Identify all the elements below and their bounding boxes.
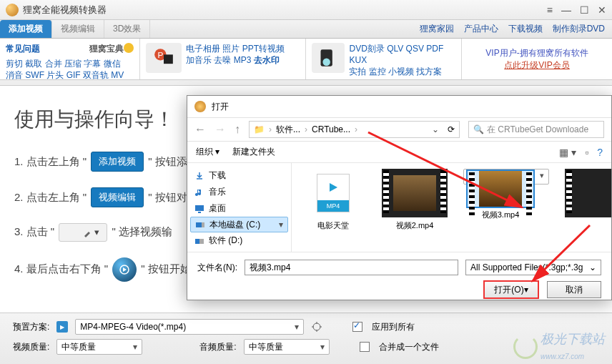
file-item-video2[interactable]: 视频2.mp4 (382, 169, 448, 246)
link-home[interactable]: 狸窝家园 (420, 23, 454, 35)
main-tabs: 添加视频 视频编辑 3D效果 狸窝家园 产品中心 下载视频 制作刻录DVD (0, 20, 612, 39)
music-icon (194, 187, 204, 197)
help-icon[interactable]: ? (597, 147, 603, 158)
bottom-bar: 预置方案: ▶ MP4-MPEG-4 Video(*.mp4) 应用到所有 视频… (0, 313, 612, 364)
forward-icon[interactable]: → (214, 123, 226, 136)
drive-icon (194, 236, 204, 246)
faq-heading: 常见问题 (6, 44, 40, 54)
video-thumb-icon (382, 169, 448, 217)
wrench-icon (82, 228, 92, 238)
merge-label: 合并成一个文件 (379, 341, 439, 353)
apply-all-label: 应用到所有 (372, 321, 415, 333)
add-video-button[interactable]: 添加视频 (91, 152, 144, 172)
window-title: 狸窝全能视频转换器 (23, 4, 547, 16)
file-label: 电影天堂 (317, 220, 349, 231)
tree-desktop[interactable]: 桌面 (190, 200, 288, 217)
refresh-icon[interactable]: ⟳ (448, 124, 455, 134)
maximize-icon[interactable]: ☐ (580, 4, 589, 16)
dialog-body: 下载 音乐 桌面 本地磁盘 (C:) 软件 (D:) MP4 电影天堂 视频2.… (187, 163, 611, 252)
dialog-toolbar: 组织 ▾ 新建文件夹 ▦ ▾ ▫ ? (187, 142, 611, 163)
title-bar: 狸窝全能视频转换器 ≡ — ☐ ✕ (0, 0, 612, 20)
link-products[interactable]: 产品中心 (464, 23, 498, 35)
edit-video-button[interactable]: 视频编辑 (91, 187, 144, 207)
dialog-nav: ← → ↑ 📁 ›软件... ›CRTube... › ⌄ ⟳ 🔍 在 CRTu… (187, 117, 611, 142)
filename-label: 文件名(N): (197, 262, 237, 274)
faq-links-2[interactable]: 消音 SWF 片头 GIF 双音轨 MV (6, 69, 134, 81)
up-icon[interactable]: ↑ (235, 123, 240, 136)
tree-c-drive[interactable]: 本地磁盘 (C:) (190, 217, 288, 232)
breadcrumb[interactable]: 📁 ›软件... ›CRTube... › ⌄ ⟳ (249, 121, 460, 138)
link-download[interactable]: 下载视频 (508, 23, 543, 35)
view-icon[interactable]: ▦ ▾ (559, 147, 576, 158)
dialog-footer: 文件名(N): All Supported Files(*.3gp;*.3g⌄ … (187, 252, 611, 305)
dvd-cell: DVD刻录 QLV QSV PDF KUX实拍 监控 小视频 找方案 (306, 39, 462, 79)
file-label: 视频2.mp4 (396, 220, 434, 231)
feature-row: 常见问题 狸窝宝典 剪切 截取 合并 压缩 字幕 微信 消音 SWF 片头 GI… (0, 39, 612, 80)
vip-upgrade-link[interactable]: 点此升级VIP会员 (504, 59, 569, 72)
baodian-link[interactable]: 狸窝宝典 (89, 43, 134, 55)
svg-rect-9 (198, 212, 201, 213)
svg-rect-8 (195, 205, 204, 211)
aq-label: 音频质量: (199, 341, 236, 353)
video-thumb-icon (468, 171, 533, 207)
video-thumb-icon (565, 169, 611, 217)
close-icon[interactable]: ✕ (598, 4, 606, 16)
play-convert-icon (119, 264, 130, 275)
output-select-button[interactable]: ▾ (59, 223, 107, 242)
open-button[interactable]: 打开(O) ▾ (484, 281, 538, 298)
preset-select[interactable]: MP4-MPEG-4 Video(*.mp4) (75, 319, 304, 335)
star-icon (124, 43, 134, 53)
file-item-video3[interactable]: 视频3.mp4 (463, 169, 549, 185)
tree-downloads[interactable]: 下载 (190, 167, 288, 184)
preset-label: 预置方案: (13, 321, 49, 333)
vip-text: VIP用户-拥有狸窝所有软件 (485, 47, 588, 59)
vq-label: 视频质量: (13, 341, 49, 353)
link-dvd[interactable]: 制作刻录DVD (553, 23, 605, 35)
top-links: 狸窝家园 产品中心 下载视频 制作刻录DVD (420, 20, 612, 38)
tab-add-video[interactable]: 添加视频 (0, 20, 52, 38)
file-filter-select[interactable]: All Supported Files(*.3gp;*.3g⌄ (465, 260, 601, 275)
nav-tree: 下载 音乐 桌面 本地磁盘 (C:) 软件 (D:) (187, 163, 292, 252)
dialog-title: 打开 (212, 101, 229, 113)
svg-point-4 (323, 59, 331, 67)
minimize-icon[interactable]: — (561, 4, 571, 16)
tree-music[interactable]: 音乐 (190, 184, 288, 200)
dialog-title-bar: 打开 (187, 96, 611, 117)
download-icon (194, 171, 204, 181)
file-list: MP4 电影天堂 视频2.mp4 视频3.mp4 (292, 163, 611, 252)
faq-links-1[interactable]: 剪切 截取 合并 压缩 字幕 微信 (6, 58, 134, 69)
svg-rect-11 (196, 222, 202, 227)
file-label: 视频3.mp4 (482, 210, 520, 220)
desktop-icon (194, 204, 204, 214)
tab-edit-video[interactable]: 视频编辑 (52, 20, 104, 38)
mp4-file-icon: MP4 (300, 169, 366, 217)
video-quality-select[interactable]: 中等质量 (56, 339, 142, 355)
mp4-icon: ▶ (56, 321, 68, 333)
ppt-links[interactable]: 电子相册 照片 PPT转视频加音乐 去噪 MP3 去水印 (186, 43, 285, 75)
preset-settings-icon[interactable] (311, 321, 322, 333)
preview-pane-icon[interactable]: ▫ (585, 147, 588, 158)
start-convert-button[interactable] (112, 257, 137, 282)
faq-cell: 常见问题 狸窝宝典 剪切 截取 合并 压缩 字幕 微信 消音 SWF 片头 GI… (0, 39, 140, 79)
search-input[interactable]: 🔍 在 CRTubeGet Downloade (468, 121, 604, 138)
svg-rect-13 (195, 239, 199, 244)
dialog-icon (194, 101, 206, 112)
filename-input[interactable] (245, 260, 458, 275)
cancel-button[interactable]: 取消 (547, 281, 601, 298)
organize-menu[interactable]: 组织 ▾ (196, 146, 219, 158)
svg-marker-14 (330, 183, 337, 192)
new-folder-button[interactable]: 新建文件夹 (232, 146, 275, 158)
merge-checkbox[interactable] (360, 342, 370, 352)
dvd-links[interactable]: DVD刻录 QLV QSV PDF KUX实拍 监控 小视频 找方案 (349, 43, 455, 75)
back-icon[interactable]: ← (194, 123, 206, 136)
apply-all-checkbox[interactable] (352, 322, 362, 332)
tab-3d-effect[interactable]: 3D效果 (104, 20, 150, 38)
folder-icon: 📁 (254, 124, 265, 134)
file-open-dialog: 打开 ← → ↑ 📁 ›软件... ›CRTube... › ⌄ ⟳ 🔍 在 C… (187, 95, 612, 300)
tree-d-drive[interactable]: 软件 (D:) (190, 232, 288, 249)
file-item-more[interactable] (565, 169, 611, 246)
watermark: 极光下载站www.xz7.com (513, 330, 605, 363)
settings-icon[interactable]: ≡ (547, 4, 553, 16)
audio-quality-select[interactable]: 中等质量 (244, 339, 330, 355)
file-item-folder[interactable]: MP4 电影天堂 (300, 169, 366, 246)
